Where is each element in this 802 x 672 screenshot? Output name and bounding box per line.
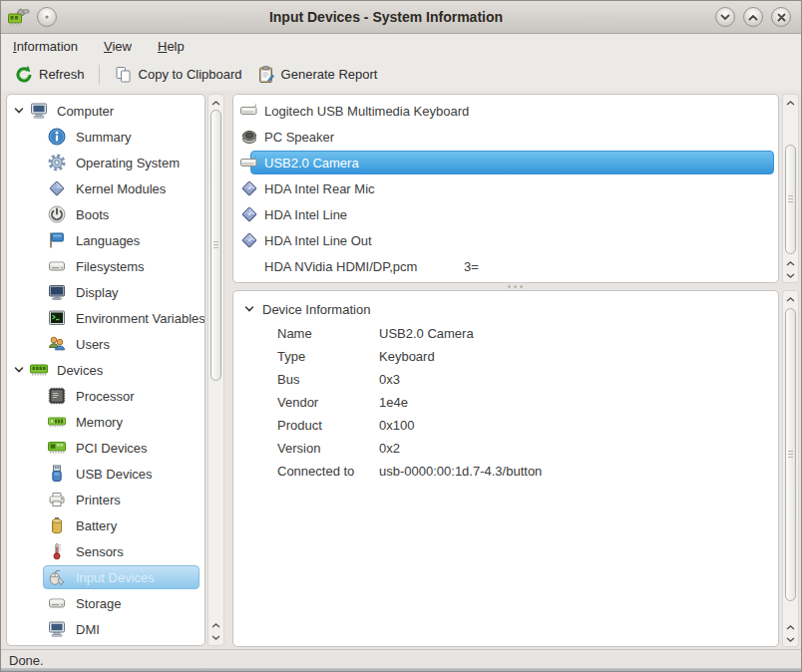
thermometer-icon [47, 541, 67, 561]
field-label: Vendor [277, 394, 318, 409]
sidebar-item-boots[interactable]: Boots [7, 201, 204, 227]
close-icon[interactable] [771, 7, 791, 27]
diamond-icon [239, 230, 259, 250]
scrollbar-thumb[interactable] [785, 145, 796, 254]
drive-icon [47, 256, 67, 276]
device-info-scrollbar[interactable] [782, 290, 799, 647]
memory-icon [47, 412, 67, 432]
sidebar-scrollbar[interactable] [207, 94, 224, 646]
minimize-button[interactable] [715, 7, 735, 27]
field-value: 0x100 [379, 417, 414, 432]
sidebar-item-label: USB Devices [76, 467, 153, 482]
report-icon [256, 65, 276, 85]
sidebar-item-label: Summary [76, 130, 132, 145]
device-list-scrollbar[interactable] [782, 94, 799, 283]
sidebar-item-summary[interactable]: Summary [7, 124, 204, 150]
sidebar-item-battery[interactable]: Battery [7, 512, 204, 538]
splitter-handle[interactable] [498, 284, 532, 289]
device-label: USB2.0 Camera [264, 156, 359, 170]
sidebar-item-dmi[interactable]: DMI [7, 616, 204, 642]
sidebar-item-label: Storage [76, 596, 122, 611]
sidebar-item-filesystems[interactable]: Filesystems [7, 253, 204, 279]
scroll-up-icon[interactable] [784, 257, 797, 269]
field-value: 0x2 [379, 440, 400, 455]
sidebar-item-label: Battery [76, 518, 117, 533]
display-icon [47, 282, 67, 302]
sidebar-item-processor[interactable]: Processor [7, 383, 204, 409]
device-extra-value: 3= [464, 259, 479, 274]
sidebar-item-label: Operating System [76, 156, 180, 170]
sidebar-item-devices[interactable]: Devices [7, 357, 204, 383]
sidebar-item-display[interactable]: Display [7, 279, 204, 305]
sidebar-item-label: Display [76, 285, 119, 300]
info-row-type: TypeKeyboard [233, 344, 778, 367]
scroll-down-icon[interactable] [784, 633, 797, 645]
device-list-item-hda-nvidia-hdmi-dp-pcm[interactable]: HDA NVidia HDMI/DP,pcm3= [233, 253, 778, 279]
flag-icon [47, 230, 67, 250]
copy-to-clipboard-button[interactable]: Copy to Clipboard [107, 62, 249, 88]
scroll-up-icon[interactable] [784, 293, 797, 305]
device-list-item-logitech-usb-multimedia-keyboard[interactable]: Logitech USB Multimedia Keyboard [233, 98, 778, 124]
sidebar-item-users[interactable]: Users [7, 331, 204, 357]
device-information-section-header[interactable]: Device Information [233, 297, 778, 321]
sidebar-item-sensors[interactable]: Sensors [7, 538, 204, 564]
menu-item-information[interactable]: Information [13, 39, 78, 54]
sidebar-item-languages[interactable]: Languages [7, 227, 204, 253]
field-label: Type [277, 348, 305, 363]
menu-item-view[interactable]: View [104, 39, 132, 54]
field-value: Keyboard [379, 348, 435, 363]
refresh-button[interactable]: Refresh [7, 62, 92, 88]
menu-item-help[interactable]: Help [158, 39, 185, 54]
toolbar-button-label: Refresh [39, 67, 85, 82]
device-list-item-hda-intel-rear-mic[interactable]: HDA Intel Rear Mic [233, 175, 778, 201]
sidebar-tree: ComputerSummaryOperating SystemKernel Mo… [6, 94, 205, 646]
scroll-up-icon[interactable] [784, 97, 797, 109]
device-label: HDA NVidia HDMI/DP,pcm [264, 259, 417, 274]
scroll-up-icon[interactable] [784, 621, 797, 633]
sidebar-item-kernel-modules[interactable]: Kernel Modules [7, 175, 204, 201]
field-value: 1e4e [379, 394, 408, 409]
sidebar-item-input-devices[interactable]: Input Devices [7, 564, 204, 590]
field-value: usb-0000:00:1d.7-4.3/button [379, 463, 542, 478]
expander-arrow-icon[interactable] [13, 367, 25, 374]
window-menu-button[interactable] [37, 7, 57, 27]
device-list-item-pc-speaker[interactable]: PC Speaker [233, 124, 778, 150]
expander-arrow-icon[interactable] [13, 108, 25, 115]
scroll-up-icon[interactable] [209, 619, 222, 631]
battery-icon [47, 515, 67, 535]
power-icon [47, 204, 67, 224]
generate-report-button[interactable]: Generate Report [249, 62, 385, 88]
sidebar-item-memory[interactable]: Memory [7, 409, 204, 435]
usb-icon [47, 464, 67, 484]
scroll-down-icon[interactable] [209, 631, 222, 643]
device-list-item-hda-nvidia-hdmi-dp[interactable]: HDA NVidia HDMI/DP7 [233, 279, 778, 283]
device-info-panel: Device InformationNameUSB2.0 CameraTypeK… [232, 290, 779, 647]
device-list: Logitech USB Multimedia KeyboardPC Speak… [232, 94, 779, 283]
sidebar-item-operating-system[interactable]: Operating System [7, 150, 204, 175]
sidebar-item-pci-devices[interactable]: PCI Devices [7, 435, 204, 461]
sidebar-item-usb-devices[interactable]: USB Devices [7, 461, 204, 487]
sidebar-item-printers[interactable]: Printers [7, 487, 204, 512]
cpu-icon [47, 386, 67, 406]
maximize-button[interactable] [743, 7, 763, 27]
scrollbar-thumb[interactable] [785, 308, 796, 601]
computer-icon [47, 619, 67, 639]
device-list-item-hda-intel-line-out[interactable]: HDA Intel Line Out [233, 227, 778, 253]
scrollbar-thumb[interactable] [210, 110, 221, 381]
sidebar-item-environment-variables[interactable]: Environment Variables [7, 305, 204, 331]
info-row-name: NameUSB2.0 Camera [233, 321, 778, 344]
sidebar-item-computer[interactable]: Computer [7, 98, 204, 124]
sidebar-item-label: Boots [76, 207, 109, 222]
scroll-up-icon[interactable] [209, 97, 222, 109]
device-list-item-usb2-0-camera[interactable]: USB2.0 Camera [233, 150, 778, 175]
status-bar: Done. [1, 649, 801, 670]
toolbar-separator [99, 65, 100, 85]
scroll-down-icon[interactable] [784, 269, 797, 281]
ram-icon [29, 360, 49, 380]
sidebar-item-label: Input Devices [76, 570, 155, 585]
speaker-icon [239, 127, 259, 147]
collapse-arrow-icon[interactable] [243, 306, 255, 313]
sidebar-item-storage[interactable]: Storage [7, 590, 204, 616]
device-list-item-hda-intel-line[interactable]: HDA Intel Line [233, 201, 778, 227]
section-title: Device Information [262, 302, 370, 317]
